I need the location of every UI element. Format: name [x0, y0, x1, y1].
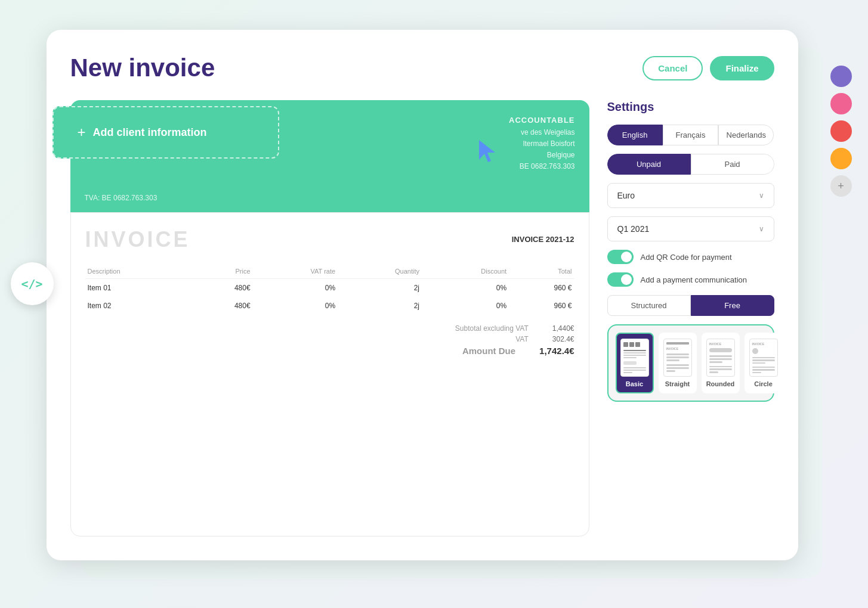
col-total: Total: [509, 264, 574, 279]
table-row: Item 02480€0%2j0%960 €: [85, 297, 574, 315]
content-area: + Add client information ACCOUNTABLE ve …: [70, 100, 774, 536]
template-circle-label: Circle: [754, 380, 773, 387]
template-straight-label: Straight: [665, 380, 690, 387]
cell-quantity: 2j: [338, 297, 422, 315]
col-price: Price: [193, 264, 253, 279]
company-info: ACCOUNTABLE ve des Weigelias ltermael Bo…: [509, 114, 574, 173]
amount-due-value: 1,742.4€: [539, 346, 574, 356]
main-card: New invoice Cancel Finalize + Add client…: [47, 30, 798, 560]
template-rounded-preview: INVOICE: [706, 339, 735, 377]
subtotal-label: Subtotal excluding VAT: [455, 324, 529, 333]
cell-discount: 0%: [422, 297, 509, 315]
period-dropdown[interactable]: Q1 2021 ∨: [607, 216, 774, 241]
cell-total: 960 €: [509, 297, 574, 315]
invoice-watermark: INVOICE: [85, 227, 190, 252]
template-basic[interactable]: Basic: [616, 333, 654, 393]
subtotal-row: Subtotal excluding VAT 1,440€: [85, 324, 574, 333]
template-circle[interactable]: INVOICE Circle: [745, 333, 783, 393]
settings-panel: Settings English Français Nederlands Unp…: [607, 100, 774, 536]
table-row: Item 01480€0%2j0%960 €: [85, 278, 574, 297]
code-icon: </>: [21, 277, 42, 291]
invoice-table: Description Price VAT rate Quantity Disc…: [85, 264, 574, 315]
cell-vat_rate: 0%: [253, 278, 338, 297]
payment-comm-toggle[interactable]: [607, 272, 634, 287]
header-actions: Cancel Finalize: [642, 56, 774, 80]
svg-marker-0: [479, 140, 495, 162]
color-swatches-panel: +: [830, 66, 852, 197]
cell-quantity: 2j: [338, 278, 422, 297]
company-vat-header: BE 0682.763.303: [509, 161, 574, 172]
structured-button[interactable]: Structured: [607, 295, 691, 316]
period-value: Q1 2021: [617, 224, 650, 234]
lang-francais[interactable]: Français: [663, 125, 718, 145]
cell-description: Item 02: [85, 297, 193, 315]
plus-icon: +: [78, 124, 86, 141]
code-widget[interactable]: </>: [11, 262, 54, 305]
template-straight-preview: INVOICE: [663, 339, 692, 377]
company-address2: ltermael Boisfort: [509, 138, 574, 150]
payment-type-group: Structured Free: [607, 295, 774, 316]
page-header: New invoice Cancel Finalize: [70, 54, 774, 82]
cell-discount: 0%: [422, 278, 509, 297]
col-description: Description: [85, 264, 193, 279]
cell-price: 480€: [193, 278, 253, 297]
invoice-preview: + Add client information ACCOUNTABLE ve …: [70, 100, 589, 536]
status-paid[interactable]: Paid: [691, 154, 774, 175]
swatch-red[interactable]: [830, 120, 852, 142]
cancel-button[interactable]: Cancel: [642, 56, 703, 80]
tva-text: TVA: BE 0682.763.303: [85, 194, 157, 202]
settings-title: Settings: [607, 100, 774, 114]
payment-comm-toggle-row: Add a payment communication: [607, 272, 774, 287]
chevron-down-icon-period: ∨: [759, 225, 764, 233]
invoice-body: INVOICE INVOICE 2021-12 Description Pric…: [70, 212, 589, 536]
vat-value: 302.4€: [552, 335, 574, 343]
col-discount: Discount: [422, 264, 509, 279]
invoice-watermark-row: INVOICE INVOICE 2021-12: [85, 227, 574, 252]
cell-total: 960 €: [509, 278, 574, 297]
subtotal-value: 1,440€: [552, 324, 574, 333]
swatch-purple[interactable]: [830, 66, 852, 87]
qr-code-toggle[interactable]: [607, 250, 634, 264]
template-selector: Basic INVOICE: [607, 324, 774, 402]
company-address1: ve des Weigelias: [509, 127, 574, 138]
currency-value: Euro: [617, 191, 635, 200]
page-title: New invoice: [70, 54, 215, 82]
add-client-label: Add client information: [93, 126, 207, 139]
template-rounded[interactable]: INVOICE Rounded: [702, 333, 740, 393]
add-client-button[interactable]: + Add client information: [52, 106, 279, 159]
currency-dropdown[interactable]: Euro ∨: [607, 183, 774, 208]
template-rounded-label: Rounded: [706, 380, 735, 387]
cell-price: 480€: [193, 297, 253, 315]
cursor-decoration: [476, 137, 500, 169]
status-unpaid[interactable]: Unpaid: [607, 154, 691, 175]
free-button[interactable]: Free: [691, 295, 774, 316]
finalize-button[interactable]: Finalize: [710, 56, 774, 80]
cell-vat_rate: 0%: [253, 297, 338, 315]
vat-row: VAT 302.4€: [85, 335, 574, 343]
amount-due-label: Amount Due: [462, 346, 515, 356]
payment-comm-label: Add a payment communication: [641, 275, 747, 284]
payment-status-selector: Unpaid Paid: [607, 154, 774, 175]
template-straight[interactable]: INVOICE Straight: [659, 333, 697, 393]
qr-code-toggle-row: Add QR Code for payment: [607, 250, 774, 264]
vat-label: VAT: [515, 335, 529, 343]
lang-english[interactable]: English: [607, 125, 663, 145]
template-basic-label: Basic: [626, 380, 643, 387]
invoice-number: INVOICE 2021-12: [512, 235, 574, 244]
col-vat-rate: VAT rate: [253, 264, 338, 279]
invoice-totals: Subtotal excluding VAT 1,440€ VAT 302.4€…: [85, 324, 574, 356]
swatch-pink[interactable]: [830, 93, 852, 114]
col-quantity: Quantity: [338, 264, 422, 279]
company-name: ACCOUNTABLE: [509, 114, 574, 127]
company-country: Belgique: [509, 150, 574, 161]
chevron-down-icon: ∨: [759, 191, 764, 200]
template-basic-preview: [620, 339, 649, 377]
template-circle-preview: INVOICE: [749, 339, 778, 377]
add-swatch-button[interactable]: +: [830, 175, 852, 197]
language-selector: English Français Nederlands: [607, 125, 774, 145]
lang-nederlands[interactable]: Nederlands: [718, 125, 774, 145]
tva-bar: TVA: BE 0682.763.303: [70, 187, 589, 212]
qr-code-label: Add QR Code for payment: [641, 253, 732, 262]
cell-description: Item 01: [85, 278, 193, 297]
swatch-orange[interactable]: [830, 148, 852, 169]
